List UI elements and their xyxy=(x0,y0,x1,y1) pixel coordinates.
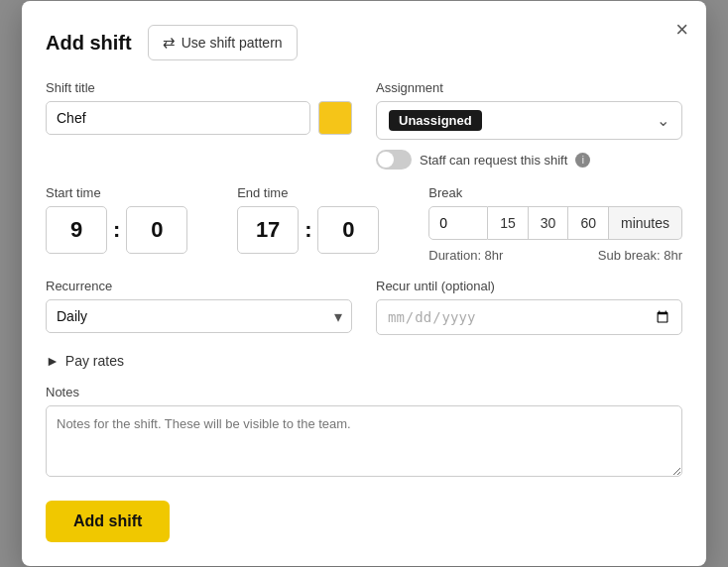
start-time-group: Start time : xyxy=(46,185,213,263)
break-input[interactable] xyxy=(428,206,488,240)
color-swatch[interactable] xyxy=(318,101,352,135)
start-time-input-row: : xyxy=(46,206,213,254)
break-row: 15 30 60 minutes xyxy=(428,206,682,240)
end-time-input-row: : xyxy=(237,206,405,254)
time-row: Start time : End time : Break xyxy=(46,185,682,263)
notes-label: Notes xyxy=(46,385,682,399)
break-60-button[interactable]: 60 xyxy=(568,206,609,240)
break-15-button[interactable]: 15 xyxy=(488,206,529,240)
shift-pattern-icon: ⇄ xyxy=(163,34,176,52)
use-shift-pattern-button[interactable]: ⇄ Use shift pattern xyxy=(148,25,298,60)
close-button[interactable]: × xyxy=(675,19,688,41)
start-minute-input[interactable] xyxy=(126,206,187,254)
top-form-grid: Shift title Assignment Unassigned ⌄ Staf… xyxy=(46,80,682,170)
chevron-down-icon: ⌄ xyxy=(657,111,669,130)
info-icon[interactable]: i xyxy=(575,153,590,168)
recurrence-select-wrapper: Daily Weekly Fortnightly Monthly xyxy=(46,299,352,333)
add-shift-button[interactable]: Add shift xyxy=(46,501,170,542)
end-time-label: End time xyxy=(237,185,405,200)
shift-title-label: Shift title xyxy=(46,80,352,95)
add-shift-modal: Add shift ⇄ Use shift pattern × Shift ti… xyxy=(22,1,706,566)
recur-until-section: Recur until (optional) xyxy=(376,263,682,335)
break-30-button[interactable]: 30 xyxy=(529,206,569,240)
shift-title-row xyxy=(46,101,352,135)
unassigned-badge: Unassigned xyxy=(389,110,482,131)
pay-rates-row[interactable]: ► Pay rates xyxy=(46,353,682,369)
recurrence-label: Recurrence xyxy=(46,279,352,293)
modal-header: Add shift ⇄ Use shift pattern xyxy=(46,25,682,60)
start-hour-input[interactable] xyxy=(46,206,107,254)
staff-request-toggle[interactable] xyxy=(376,150,412,170)
time-colon-start: : xyxy=(111,217,122,243)
bottom-row: Recurrence Daily Weekly Fortnightly Mont… xyxy=(46,263,682,335)
start-time-label: Start time xyxy=(46,185,213,200)
break-unit-label: minutes xyxy=(609,206,682,240)
chevron-right-icon: ► xyxy=(46,353,60,369)
assignment-section: Assignment Unassigned ⌄ Staff can reques… xyxy=(376,80,682,170)
duration-row: Duration: 8hr Sub break: 8hr xyxy=(428,248,682,263)
use-shift-pattern-label: Use shift pattern xyxy=(182,35,283,51)
recur-until-label: Recur until (optional) xyxy=(376,279,682,293)
break-label: Break xyxy=(428,185,682,200)
break-section: Break 15 30 60 minutes Duration: 8hr Sub… xyxy=(428,185,682,263)
staff-request-row: Staff can request this shift i xyxy=(376,150,682,170)
sub-break-label: Sub break: 8hr xyxy=(598,248,682,263)
recur-until-input[interactable] xyxy=(376,299,682,335)
end-minute-input[interactable] xyxy=(317,206,379,254)
recurrence-section: Recurrence Daily Weekly Fortnightly Mont… xyxy=(46,263,352,335)
time-colon-end: : xyxy=(303,217,313,243)
end-time-group: End time : xyxy=(237,185,405,263)
recurrence-select[interactable]: Daily Weekly Fortnightly Monthly xyxy=(46,299,352,333)
modal-overlay: Add shift ⇄ Use shift pattern × Shift ti… xyxy=(0,0,728,567)
end-hour-input[interactable] xyxy=(237,206,299,254)
assignment-dropdown[interactable]: Unassigned ⌄ xyxy=(376,101,682,140)
pay-rates-label: Pay rates xyxy=(65,353,124,369)
modal-title: Add shift xyxy=(46,32,132,55)
shift-title-section: Shift title xyxy=(46,80,352,170)
shift-title-input[interactable] xyxy=(46,101,310,135)
duration-label: Duration: 8hr xyxy=(428,248,503,263)
assignment-label: Assignment xyxy=(376,80,682,95)
notes-section: Notes xyxy=(46,385,682,481)
staff-request-label: Staff can request this shift xyxy=(420,153,567,168)
notes-textarea[interactable] xyxy=(46,405,682,477)
